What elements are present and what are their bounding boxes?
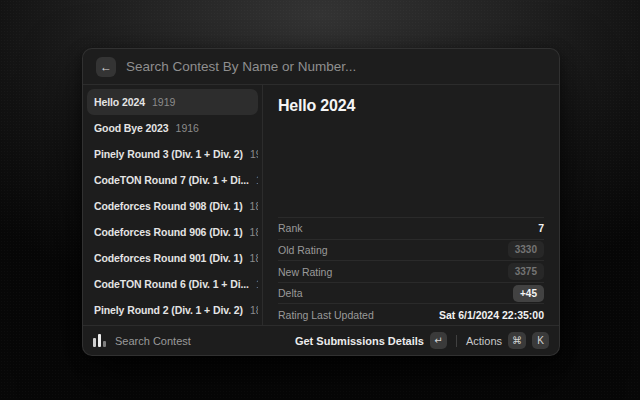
contest-number: 1896	[256, 174, 258, 186]
contest-number: 1889	[250, 226, 258, 238]
contest-list-item[interactable]: CodeTON Round 7 (Div. 1 + Di... 1896	[87, 167, 258, 193]
contest-name: CodeTON Round 6 (Div. 1 + Di...	[94, 278, 249, 290]
actions-label: Actions	[466, 335, 502, 347]
contest-name: Codeforces Round 901 (Div. 1)	[94, 252, 243, 264]
metadata-value: 3375	[508, 263, 544, 280]
contest-name: Hello 2024	[94, 96, 145, 108]
contest-number: 1893	[250, 200, 258, 212]
contest-number: 1916	[176, 122, 199, 134]
footer-actions: Get Submissions Details ↵ Actions ⌘ K	[295, 332, 549, 349]
k-key-badge: K	[532, 332, 549, 349]
contest-list-item[interactable]: Pinely Round 2 (Div. 1 + Div. 2) 1863	[87, 297, 258, 323]
primary-action-label: Get Submissions Details	[295, 335, 424, 347]
contest-list-item[interactable]: Codeforces Round 908 (Div. 1) 1893	[87, 193, 258, 219]
metadata-row: Rating Last Updated Sat 6/1/2024 22:35:0…	[278, 303, 544, 325]
contest-number: 1874	[250, 252, 258, 264]
metadata-label: Delta	[278, 287, 303, 299]
contest-list-item[interactable]: Codeforces Round 901 (Div. 1) 1874	[87, 245, 258, 271]
metadata-row: Delta +45	[278, 282, 544, 304]
contest-list-item[interactable]: Hello 2024 1919	[87, 89, 258, 115]
content-area: Hello 2024 1919 Good Bye 2023 1916 Pinel…	[83, 85, 559, 325]
contest-list-item[interactable]: CodeTON Round 6 (Div. 1 + Di... 1870	[87, 271, 258, 297]
contest-name: Codeforces Round 908 (Div. 1)	[94, 200, 243, 212]
contest-list-item[interactable]: Pinely Round 3 (Div. 1 + Div. 2) 1909	[87, 141, 258, 167]
metadata-value: 3330	[508, 241, 544, 258]
metadata-row: Old Rating 3330	[278, 239, 544, 261]
back-button[interactable]: ←	[96, 57, 116, 77]
contest-list-item[interactable]: Good Bye 2023 1916	[87, 115, 258, 141]
footer-bar: Search Contest Get Submissions Details ↵…	[83, 325, 559, 355]
contest-name: Codeforces Round 906 (Div. 1)	[94, 226, 243, 238]
command-palette-window: ← Hello 2024 1919 Good Bye 2023 1916 Pin…	[82, 48, 560, 356]
cmd-key-badge: ⌘	[508, 332, 526, 349]
contest-name: Pinely Round 2 (Div. 1 + Div. 2)	[94, 304, 243, 316]
primary-action-button[interactable]: Get Submissions Details ↵	[295, 332, 447, 349]
contest-number: 1909	[250, 148, 258, 160]
metadata-value: 7	[538, 222, 544, 234]
actions-menu-button[interactable]: Actions ⌘ K	[466, 332, 549, 349]
contest-name: CodeTON Round 7 (Div. 1 + Di...	[94, 174, 249, 186]
metadata-label: Rating Last Updated	[278, 309, 374, 321]
metadata-label: Rank	[278, 222, 303, 234]
footer-divider	[456, 335, 457, 347]
contest-name: Pinely Round 3 (Div. 1 + Div. 2)	[94, 148, 243, 160]
detail-metadata: Rank 7 Old Rating 3330 New Rating 3375 D…	[263, 217, 559, 325]
bar-chart-icon	[93, 334, 106, 347]
contest-number: 1870	[256, 278, 258, 290]
contest-number: 1919	[152, 96, 175, 108]
metadata-row: Rank 7	[278, 217, 544, 239]
detail-title: Hello 2024	[263, 85, 559, 115]
contest-list: Hello 2024 1919 Good Bye 2023 1916 Pinel…	[83, 85, 263, 325]
metadata-value: Sat 6/1/2024 22:35:00	[439, 309, 544, 321]
metadata-value: +45	[513, 285, 544, 302]
footer-app-label: Search Contest	[115, 335, 191, 347]
footer-app: Search Contest	[93, 334, 191, 347]
enter-key-badge: ↵	[430, 332, 447, 349]
contest-name: Good Bye 2023	[94, 122, 169, 134]
arrow-left-icon: ←	[100, 57, 112, 77]
metadata-row: New Rating 3375	[278, 260, 544, 282]
contest-number: 1863	[250, 304, 258, 316]
contest-detail-panel: Hello 2024 Rank 7 Old Rating 3330 New Ra…	[263, 85, 559, 325]
contest-list-item[interactable]: Codeforces Round 906 (Div. 1) 1889	[87, 219, 258, 245]
metadata-label: New Rating	[278, 266, 332, 278]
search-input[interactable]	[126, 59, 546, 74]
search-bar: ←	[83, 49, 559, 85]
metadata-label: Old Rating	[278, 244, 328, 256]
